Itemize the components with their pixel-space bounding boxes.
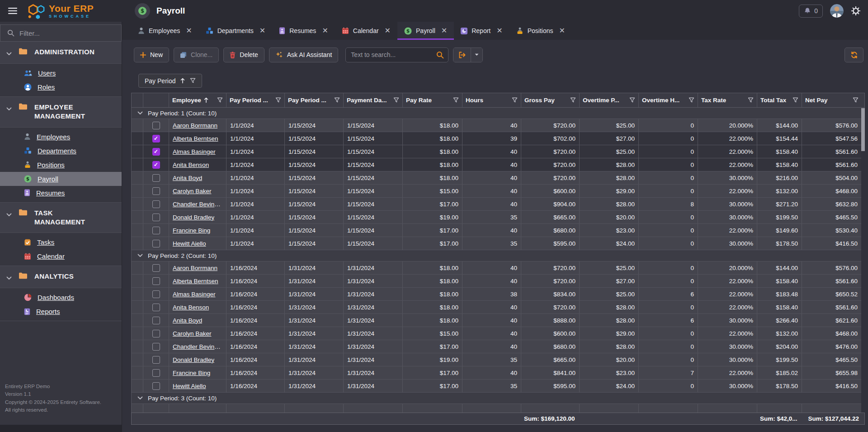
column-header-ot_pay[interactable]: Overtime P... (580, 93, 639, 107)
filter-funnel-icon[interactable] (217, 97, 223, 103)
column-header-pp_start[interactable]: Pay Period ... (226, 93, 285, 107)
table-row[interactable]: Almas Basinger1/16/20241/31/20241/31/202… (132, 288, 864, 301)
table-row[interactable]: Anita Boyd1/16/20241/31/20241/31/2024$18… (132, 314, 864, 327)
employee-link[interactable]: Alberta Berntsen (173, 135, 218, 142)
clone-button[interactable]: Clone... (174, 47, 219, 62)
sidebar-item-employees[interactable]: Employees (0, 130, 122, 144)
employee-link[interactable]: Anita Boyd (173, 317, 202, 324)
scrollbar-thumb[interactable] (861, 108, 865, 151)
sidebar-item-resumes[interactable]: Resumes (0, 186, 122, 200)
row-checkbox[interactable] (152, 369, 160, 377)
sidebar-item-tasks[interactable]: Tasks (0, 235, 122, 249)
delete-button[interactable]: Delete (223, 47, 264, 62)
table-row[interactable]: Carolyn Baker1/16/20241/31/20241/31/2024… (132, 327, 864, 340)
group-row-3[interactable]: Pay Period: 3 (Count: 10) (132, 393, 864, 404)
table-row[interactable]: Donald Bradley1/1/20241/15/20241/15/2024… (132, 211, 864, 224)
tab-departments[interactable]: Departments✕ (199, 22, 273, 40)
search-input[interactable] (346, 51, 432, 58)
sidebar-item-departments[interactable]: Departments (0, 144, 122, 158)
table-row[interactable]: Anita Benson1/16/20241/31/20241/31/2024$… (132, 301, 864, 314)
employee-link[interactable]: Aaron Borrmann (173, 122, 217, 129)
close-icon[interactable]: ✕ (322, 27, 328, 34)
employee-link[interactable]: Francine Bing (173, 370, 210, 376)
row-checkbox[interactable] (152, 264, 160, 272)
sidebar-group-task-management[interactable]: TASK MANAGEMENT (0, 203, 122, 233)
employee-link[interactable]: Alberta Berntsen (173, 278, 218, 285)
tab-employees[interactable]: Employees✕ (131, 22, 199, 40)
column-header-total_tax[interactable]: Total Tax (757, 93, 802, 107)
filter-funnel-icon[interactable] (275, 97, 281, 103)
new-button[interactable]: New (134, 47, 169, 62)
filter-funnel-icon[interactable] (689, 97, 694, 103)
table-row[interactable]: Francine Bing1/16/20241/31/20241/31/2024… (132, 366, 864, 380)
hamburger-menu-icon[interactable] (6, 6, 19, 16)
employee-link[interactable]: Anita Benson (173, 161, 209, 168)
row-checkbox[interactable] (152, 200, 160, 208)
row-checkbox[interactable] (152, 214, 160, 221)
column-header-net_pay[interactable]: Net Pay (802, 93, 862, 107)
row-checkbox[interactable] (152, 174, 160, 182)
user-avatar[interactable] (830, 4, 844, 18)
employee-link[interactable]: Carolyn Baker (173, 188, 212, 195)
row-checkbox[interactable] (152, 330, 160, 337)
row-checkbox[interactable]: ✓ (152, 161, 160, 169)
row-checkbox[interactable] (152, 240, 160, 247)
column-header-tax_rate[interactable]: Tax Rate (698, 93, 757, 107)
row-checkbox[interactable] (152, 317, 160, 324)
sidebar-item-positions[interactable]: Positions (0, 158, 122, 172)
close-icon[interactable]: ✕ (385, 27, 391, 34)
row-checkbox[interactable] (152, 187, 160, 195)
column-header-employee[interactable]: Employee (169, 93, 226, 107)
sidebar-item-reports[interactable]: Reports (0, 304, 122, 318)
row-checkbox[interactable]: ✓ (152, 135, 160, 142)
group-row-1[interactable]: Pay Period: 1 (Count: 10) (132, 108, 864, 119)
group-row-2[interactable]: Pay Period: 2 (Count: 10) (132, 250, 864, 261)
tab-positions[interactable]: Positions✕ (509, 22, 572, 40)
close-icon[interactable]: ✕ (559, 27, 565, 34)
row-checkbox[interactable] (152, 343, 160, 351)
employee-link[interactable]: Anita Benson (173, 304, 209, 311)
chevron-down-icon[interactable] (137, 396, 143, 400)
filter-funnel-icon[interactable] (748, 97, 754, 103)
export-button[interactable] (453, 48, 471, 62)
employee-link[interactable]: Aaron Borrmann (173, 265, 217, 271)
employee-link[interactable]: Almas Basinger (173, 148, 216, 155)
row-checkbox[interactable] (152, 356, 160, 364)
tab-calendar[interactable]: Calendar✕ (335, 22, 397, 40)
sidebar-group-analytics[interactable]: ANALYTICS (0, 266, 122, 288)
table-row[interactable]: Aaron Borrmann1/16/20241/31/20241/31/202… (132, 261, 864, 275)
row-checkbox[interactable] (152, 277, 160, 285)
employee-link[interactable]: Hewitt Aiello (173, 240, 206, 247)
chevron-down-icon[interactable] (137, 111, 143, 115)
settings-gear-icon[interactable] (851, 6, 861, 16)
vertical-scrollbar[interactable] (861, 108, 865, 413)
row-checkbox[interactable] (152, 382, 160, 390)
filter-funnel-icon[interactable] (629, 97, 635, 103)
search-submit-icon[interactable] (432, 48, 448, 62)
employee-link[interactable]: Francine Bing (173, 227, 210, 234)
ask-ai-button[interactable]: Ask AI Assistant (269, 47, 339, 62)
employee-link[interactable]: Carolyn Baker (173, 330, 212, 337)
table-row[interactable]: Anita Boyd1/1/20241/15/20241/15/2024$18.… (132, 171, 864, 185)
row-checkbox[interactable] (152, 227, 160, 234)
close-icon[interactable]: ✕ (186, 27, 192, 34)
close-icon[interactable]: ✕ (441, 27, 447, 34)
column-header-pay_date[interactable]: Payment Da... (344, 93, 403, 107)
close-icon[interactable]: ✕ (496, 27, 502, 34)
filter-funnel-icon[interactable] (793, 97, 798, 103)
table-row[interactable]: ✓Alberta Berntsen1/1/20241/15/20241/15/2… (132, 132, 864, 145)
sidebar-group-employee-management[interactable]: EMPLOYEE MANAGEMENT (0, 97, 122, 128)
employee-link[interactable]: Donald Bradley (173, 214, 214, 221)
employee-link[interactable]: Almas Basinger (173, 291, 216, 298)
sidebar-item-users[interactable]: Users (0, 66, 122, 80)
refresh-button[interactable] (844, 47, 863, 62)
filter-funnel-icon[interactable] (853, 97, 859, 103)
employee-link[interactable]: Anita Boyd (173, 175, 202, 181)
filter-funnel-icon[interactable] (512, 97, 518, 103)
table-row[interactable]: Chandler Bevingt...1/16/20241/31/20241/3… (132, 340, 864, 353)
column-header-ot_hours[interactable]: Overtime H... (639, 93, 698, 107)
employee-link[interactable]: Chandler Bevingt... (173, 343, 222, 350)
column-header-pay_rate[interactable]: Pay Rate (403, 93, 462, 107)
sidebar-item-roles[interactable]: Roles (0, 80, 122, 94)
tab-report[interactable]: Report✕ (454, 22, 509, 40)
